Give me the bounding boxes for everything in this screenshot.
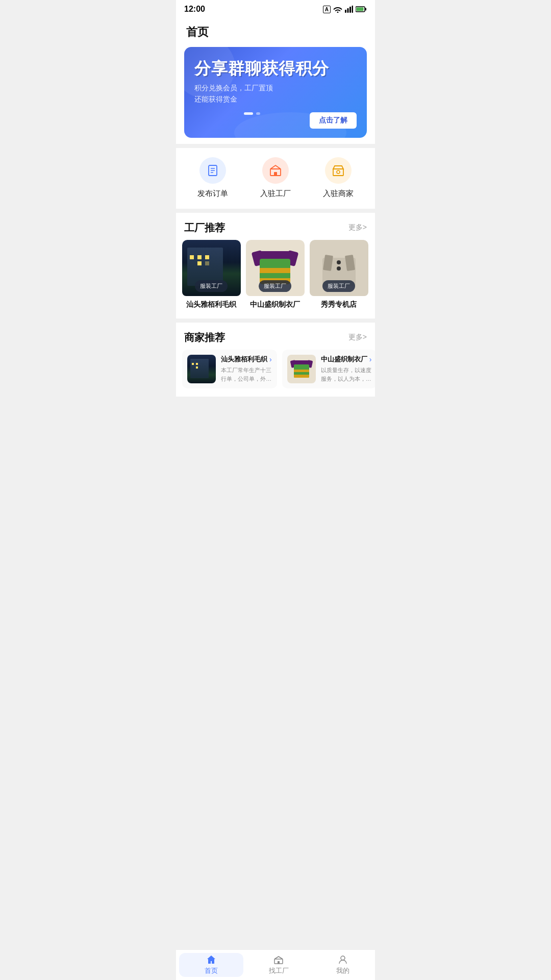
factory-card-3-image: 服装工厂 [310,240,368,296]
banner-wrapper: 分享群聊获得积分 积分兑换会员，工厂置顶 还能获得赏金 点击了解 [176,47,375,144]
merchant-card-2-info: 中山盛织制衣厂 › 以质量生存，以速度服务，以人为本，… [321,355,372,383]
svg-rect-1 [347,8,349,13]
merchant-card-2-name-row: 中山盛织制衣厂 › [321,355,372,364]
merchant-card-1-name: 汕头雅栢利毛织 [221,355,267,364]
quick-action-join-merchant[interactable]: 入驻商家 [307,157,370,199]
factory-card-1-image: 服装工厂 [182,240,241,296]
bottom-nav: 首页 找工厂 我的 [176,949,375,980]
factory-card-3-tag: 服装工厂 [322,280,355,292]
page-title: 首页 [186,24,365,40]
merchant-card-2-name: 中山盛织制衣厂 [321,355,367,364]
wifi-icon [333,6,342,13]
merchant-section-header: 商家推荐 更多> [176,323,375,350]
factory-card-1-tag: 服装工厂 [195,280,228,292]
banner-sub-text: 积分兑换会员，工厂置顶 还能获得赏金 [194,82,357,105]
merchant-card-2-desc: 以质量生存，以速度服务，以人为本，… [321,366,372,383]
factory-cards-list: 服装工厂 汕头雅栢利毛织 服装工厂 中山盛织制衣厂 [176,240,375,318]
polo-shirt-icon [257,251,293,284]
nav-item-find-factory[interactable]: 找工厂 [246,950,311,980]
nav-home-label: 首页 [205,966,218,975]
merchant-section: 商家推荐 更多> 汕头雅栢利毛织 › 本工厂常年生产十三行单，公司单，外… [176,323,375,397]
factory-section: 工厂推荐 更多> 服装工厂 汕头雅栢利毛织 服装工 [176,213,375,318]
header: 首页 [176,18,375,47]
merchant-card-1-info: 汕头雅栢利毛织 › 本工厂常年生产十三行单，公司单，外… [221,355,272,383]
mini-polo-icon [292,360,311,378]
factory-more-link[interactable]: 更多> [348,223,367,232]
merchant-card-1-avatar [187,355,216,383]
factory-card-2-tag: 服装工厂 [259,280,291,292]
svg-rect-12 [274,172,277,176]
banner-dot-1 [244,112,253,115]
factory-card-3-name: 秀秀专机店 [310,296,368,310]
svg-rect-0 [345,10,346,13]
quick-actions: 发布订单 入驻工厂 入驻商家 [176,148,375,209]
svg-point-17 [341,956,345,960]
status-icons: A [323,6,367,13]
svg-point-14 [337,170,340,174]
factory-card-2-image: 服装工厂 [246,240,305,296]
factory-card-1[interactable]: 服装工厂 汕头雅栢利毛织 [182,240,241,310]
signal-icon [345,6,353,13]
mine-icon [338,954,348,965]
factory-card-2[interactable]: 服装工厂 中山盛织制衣厂 [246,240,305,310]
home-icon [206,954,216,965]
merchant-card-1-arrow: › [269,355,272,363]
quick-action-join-factory[interactable]: 入驻工厂 [244,157,307,199]
svg-rect-5 [365,8,367,11]
quick-action-publish-order[interactable]: 发布订单 [181,157,244,199]
merchant-card-2-avatar [287,355,316,383]
merchant-card-2-arrow: › [369,355,372,363]
banner-dots [194,112,310,115]
keyboard-icon: A [323,6,331,13]
svg-rect-3 [352,6,354,13]
nav-item-home[interactable]: 首页 [179,953,243,977]
nav-mine-label: 我的 [336,966,349,975]
banner-button[interactable]: 点击了解 [310,112,357,129]
factory-section-title: 工厂推荐 [184,221,225,235]
svg-rect-2 [349,7,351,13]
factory-card-2-name: 中山盛织制衣厂 [246,296,305,310]
banner-main-text: 分享群聊获得积分 [194,59,357,78]
svg-rect-13 [333,169,343,176]
merchant-section-title: 商家推荐 [184,331,225,345]
merchant-more-link[interactable]: 更多> [348,333,367,342]
merchant-cards-list: 汕头雅栢利毛织 › 本工厂常年生产十三行单，公司单，外… [176,350,375,397]
join-merchant-icon [325,157,352,184]
publish-order-label: 发布订单 [197,189,228,199]
merchant-card-2[interactable]: 中山盛织制衣厂 › 以质量生存，以速度服务，以人为本，… [282,350,375,388]
banner-dot-2 [256,112,260,115]
status-bar: 12:00 A [176,0,375,18]
factory-nav-icon [273,954,284,965]
factory-card-3[interactable]: 服装工厂 秀秀专机店 [310,240,368,310]
nav-find-factory-label: 找工厂 [269,966,289,975]
join-factory-icon [262,157,289,184]
svg-rect-6 [357,8,364,11]
battery-icon [356,6,367,12]
merchant-card-1-desc: 本工厂常年生产十三行单，公司单，外… [221,366,272,383]
status-time: 12:00 [184,5,205,14]
nav-item-mine[interactable]: 我的 [311,950,375,980]
join-merchant-label: 入驻商家 [323,189,354,199]
publish-order-icon [199,157,226,184]
merchant-card-1[interactable]: 汕头雅栢利毛织 › 本工厂常年生产十三行单，公司单，外… [182,350,277,388]
factory-section-header: 工厂推荐 更多> [176,213,375,240]
merchant-card-1-name-row: 汕头雅栢利毛织 › [221,355,272,364]
banner[interactable]: 分享群聊获得积分 积分兑换会员，工厂置顶 还能获得赏金 点击了解 [184,47,367,138]
svg-rect-16 [278,961,280,964]
factory-card-1-name: 汕头雅栢利毛织 [182,296,241,310]
join-factory-label: 入驻工厂 [260,189,291,199]
